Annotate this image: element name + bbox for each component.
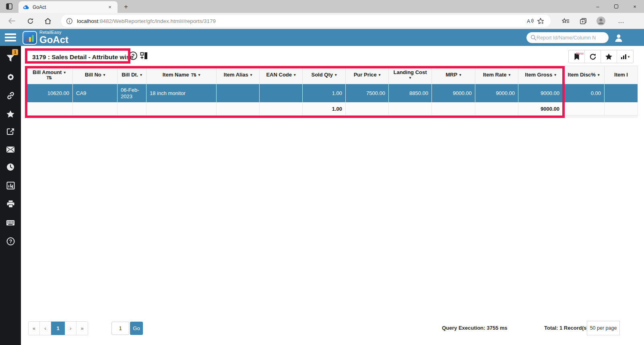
- page-number-input[interactable]: [111, 322, 129, 335]
- cell-item-name[interactable]: 18 inch monitor: [147, 84, 217, 102]
- bookmark-button[interactable]: New: [569, 50, 585, 63]
- gear-icon[interactable]: [0, 70, 21, 84]
- svg-text:A: A: [527, 19, 530, 24]
- cell-ean-code[interactable]: [260, 84, 303, 102]
- column-menu-icon[interactable]: ▾: [379, 73, 381, 77]
- filter-icon[interactable]: 1: [0, 52, 21, 65]
- pagination-prev-button[interactable]: ‹: [40, 322, 51, 335]
- new-tab-button[interactable]: +: [121, 2, 131, 12]
- favorites-bar-icon[interactable]: [559, 15, 572, 27]
- column-header-item-alias[interactable]: Item Alias▾: [217, 66, 260, 84]
- cell-item-gross[interactable]: 9000.00: [518, 84, 563, 102]
- per-page-select[interactable]: 50 per page: [587, 321, 620, 335]
- column-layout-icon[interactable]: [140, 52, 148, 61]
- column-menu-icon[interactable]: ▾: [64, 70, 66, 74]
- pagination-last-button[interactable]: »: [76, 322, 88, 335]
- report-help-icon[interactable]: ?: [129, 52, 137, 60]
- refresh-button[interactable]: [24, 16, 36, 26]
- cell-item-rate[interactable]: 9000.00: [475, 84, 518, 102]
- column-menu-icon[interactable]: ▾: [509, 73, 511, 77]
- profile-avatar[interactable]: [595, 15, 607, 27]
- clock-icon[interactable]: [0, 160, 21, 174]
- tab-workspaces-icon[interactable]: [3, 2, 15, 11]
- cell-pur-price[interactable]: 7500.00: [346, 84, 389, 102]
- app-logo[interactable]: RetailEasy GoAct: [23, 30, 68, 45]
- window-close-button[interactable]: ×: [625, 0, 644, 13]
- add-favorite-icon[interactable]: [535, 16, 546, 26]
- column-header-item-i[interactable]: Item I: [605, 66, 638, 84]
- column-header-bill-no[interactable]: Bill No▾: [73, 66, 118, 84]
- back-button[interactable]: [6, 16, 18, 26]
- summary-bill-dt: [118, 102, 147, 116]
- pagination-next-button[interactable]: ›: [65, 322, 76, 335]
- column-header-sold-qty[interactable]: Sold Qty▾: [303, 66, 346, 84]
- hamburger-menu-icon[interactable]: [5, 33, 16, 41]
- column-header-bill-dt[interactable]: Bill Dt.▾: [118, 66, 147, 84]
- refresh-report-button[interactable]: [585, 50, 601, 63]
- read-aloud-icon[interactable]: A: [525, 16, 535, 26]
- tab-favicon-cloud-icon: [23, 4, 29, 10]
- user-profile-icon[interactable]: [613, 32, 624, 43]
- column-header-landing-cost[interactable]: Landing Cost▾: [389, 66, 432, 84]
- browser-tab[interactable]: GoAct ×: [19, 1, 118, 13]
- column-menu-icon[interactable]: ▾: [250, 73, 252, 77]
- printer-icon[interactable]: [0, 197, 21, 211]
- column-menu-icon[interactable]: ▾: [554, 73, 556, 77]
- horizontal-scrollbar-thumb[interactable]: [100, 116, 358, 118]
- column-menu-icon[interactable]: ▾: [459, 73, 461, 77]
- column-header-bill-amount[interactable]: Bill Amount▾T⇅: [26, 66, 73, 84]
- column-menu-icon[interactable]: ▾: [335, 73, 337, 77]
- cell-bill-dt[interactable]: 06-Feb-2023: [118, 84, 147, 102]
- column-header-ean-code[interactable]: EAN Code▾: [260, 66, 303, 84]
- column-menu-icon[interactable]: ▾: [198, 73, 200, 77]
- cell-item-alias[interactable]: [217, 84, 260, 102]
- mail-icon[interactable]: [0, 143, 21, 156]
- chart-view-button[interactable]: ▾: [617, 50, 633, 63]
- star-icon[interactable]: [0, 107, 21, 121]
- text-sort-icon[interactable]: T⇅: [191, 72, 196, 77]
- refresh-icon: [589, 53, 597, 60]
- window-maximize-button[interactable]: [607, 0, 625, 13]
- column-header-pur-price[interactable]: Pur Price▾: [346, 66, 389, 84]
- url-text[interactable]: localhost:8482/WebReporter/gfc/index.htm…: [77, 18, 525, 24]
- cell-bill-amount[interactable]: 10620.00: [26, 84, 73, 102]
- address-bar[interactable]: localhost:8482/WebReporter/gfc/index.htm…: [61, 15, 551, 27]
- column-header-item-rate[interactable]: Item Rate▾: [475, 66, 518, 84]
- column-menu-icon[interactable]: ▾: [598, 73, 600, 77]
- browser-menu-icon[interactable]: …: [615, 15, 627, 27]
- text-sort-icon[interactable]: T⇅: [46, 75, 52, 80]
- report-search-input[interactable]: [537, 35, 601, 41]
- share-icon[interactable]: [0, 125, 21, 138]
- tab-close-icon[interactable]: ×: [106, 4, 114, 11]
- keyboard-icon[interactable]: [0, 216, 21, 229]
- column-menu-icon[interactable]: ▾: [409, 76, 411, 80]
- collections-icon[interactable]: [577, 15, 589, 27]
- cell-sold-qty[interactable]: 1.00: [303, 84, 346, 102]
- window-minimize-button[interactable]: –: [588, 0, 607, 13]
- column-menu-icon[interactable]: ▾: [140, 73, 142, 77]
- help-icon[interactable]: ?: [0, 234, 21, 248]
- go-button[interactable]: Go: [130, 322, 143, 335]
- pagination-first-button[interactable]: «: [29, 322, 40, 335]
- horizontal-scrollbar[interactable]: [26, 116, 638, 118]
- cell-mrp[interactable]: 9000.00: [432, 84, 475, 102]
- report-search-box[interactable]: [526, 32, 609, 43]
- column-header-item-gross[interactable]: Item Gross▾: [518, 66, 563, 84]
- pagination-page-1-button[interactable]: 1: [51, 322, 65, 335]
- column-header-item-name[interactable]: Item NameT⇅▾: [147, 66, 217, 84]
- chart-window-icon[interactable]: [0, 179, 21, 192]
- app-header: RetailEasy GoAct: [0, 29, 644, 46]
- column-menu-icon[interactable]: ▾: [294, 73, 296, 77]
- cell-landing-cost[interactable]: 8850.00: [389, 84, 432, 102]
- link-icon[interactable]: [0, 89, 21, 102]
- summary-bill-amount: [26, 102, 73, 116]
- cell-item-i[interactable]: [605, 84, 638, 102]
- home-button[interactable]: [42, 16, 54, 26]
- column-header-mrp[interactable]: MRP▾: [432, 66, 475, 84]
- site-info-icon[interactable]: [66, 18, 73, 25]
- column-menu-icon[interactable]: ▾: [103, 73, 105, 77]
- favorite-report-button[interactable]: [601, 50, 617, 63]
- cell-item-disc[interactable]: 0.00: [563, 84, 605, 102]
- cell-bill-no[interactable]: CA9: [73, 84, 118, 102]
- column-header-item-disc[interactable]: Item Disc%▾: [563, 66, 605, 84]
